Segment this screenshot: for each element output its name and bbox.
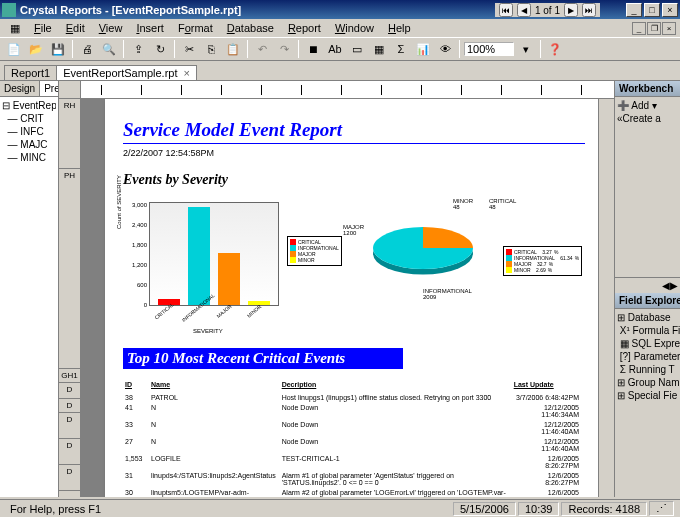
- cell-name: N: [151, 404, 280, 419]
- insert-field-icon[interactable]: ▭: [347, 39, 367, 59]
- section-gutter: RH PH GH1 D D D D D: [59, 99, 81, 497]
- cell-desc: Alarm #1 of global parameter 'AgentStatu…: [282, 472, 512, 487]
- cell-name: linuptsm5:/LOGTEMP/var-adm-messages-mess…: [151, 489, 280, 497]
- tab-eventreportsample[interactable]: EventReportSample.rpt×: [56, 65, 197, 80]
- mdi-close[interactable]: ×: [662, 22, 676, 35]
- section-d[interactable]: D: [59, 439, 80, 465]
- fe-sql[interactable]: ▦ SQL Expre: [617, 337, 678, 350]
- group-tree[interactable]: ⊟ EventRep — CRIT — INFC — MAJC — MINC: [0, 97, 58, 166]
- insert-group-icon[interactable]: ▦: [369, 39, 389, 59]
- help-icon[interactable]: ❓: [545, 39, 565, 59]
- cell-upd: 12/6/2005 8:26:27PM: [514, 472, 583, 487]
- scroll-left-icon[interactable]: ◀: [662, 280, 670, 291]
- preview-tab[interactable]: Preview: [40, 81, 59, 96]
- zoom-combo[interactable]: [464, 42, 514, 56]
- table-row: 30linuptsm5:/LOGTEMP/var-adm-messages-me…: [125, 489, 583, 497]
- preview-area: RH PH GH1 D D D D D Service Model Event …: [59, 81, 614, 497]
- copy-icon[interactable]: ⎘: [201, 39, 221, 59]
- menu-help[interactable]: Help: [382, 21, 417, 35]
- workbench-add[interactable]: ➕ Add ▾: [617, 99, 678, 112]
- fe-parameter[interactable]: [?] Parameter: [617, 350, 678, 363]
- fe-special[interactable]: ⊞ Special Fie: [617, 389, 678, 402]
- menu-insert[interactable]: Insert: [130, 21, 170, 35]
- section-d[interactable]: D: [59, 383, 80, 399]
- next-page-button[interactable]: ▶: [564, 3, 578, 17]
- tree-item[interactable]: — INFC: [2, 125, 56, 138]
- section-d[interactable]: D: [59, 399, 80, 413]
- tab-report1[interactable]: Report1: [4, 65, 57, 80]
- report-page: Service Model Event Report 2/22/2007 12:…: [105, 99, 598, 497]
- vertical-scrollbar[interactable]: [598, 99, 614, 497]
- section-d[interactable]: D: [59, 413, 80, 439]
- fe-formula[interactable]: X¹ Formula Fi: [617, 324, 678, 337]
- paste-icon[interactable]: 📋: [223, 39, 243, 59]
- tree-item[interactable]: — MAJC: [2, 138, 56, 151]
- menu-report[interactable]: Report: [282, 21, 327, 35]
- bar-informational: [188, 207, 210, 305]
- menu-file[interactable]: File: [28, 21, 58, 35]
- close-button[interactable]: ×: [662, 3, 678, 17]
- bar-chart: Count of SEVERITY 3,0002,4001,8001,20060…: [123, 196, 323, 336]
- fe-running[interactable]: Σ Running T: [617, 363, 678, 376]
- page-canvas[interactable]: Service Model Event Report 2/22/2007 12:…: [81, 99, 598, 497]
- preview-icon[interactable]: 🔍: [99, 39, 119, 59]
- section-rh[interactable]: RH: [59, 99, 80, 169]
- cell-id: 38: [125, 394, 149, 402]
- tree-item[interactable]: — MINC: [2, 151, 56, 164]
- cell-upd: 12/6/2005 8:26:27PM: [514, 455, 583, 470]
- menu-window[interactable]: Window: [329, 21, 380, 35]
- right-dock: Workbench ➕ Add ▾ «Create a ◀▶ Field Exp…: [614, 81, 680, 497]
- minimize-button[interactable]: _: [626, 3, 642, 17]
- fe-group[interactable]: ⊞ Group Nam: [617, 376, 678, 389]
- status-date: 5/15/2006: [453, 502, 516, 516]
- close-tab-icon[interactable]: ×: [183, 67, 189, 79]
- insert-chart-icon[interactable]: 📊: [413, 39, 433, 59]
- section-d[interactable]: D: [59, 465, 80, 491]
- top10-heading: Top 10 Most Recent Critical Events: [123, 348, 403, 369]
- status-records: Records: 4188: [561, 502, 647, 516]
- insert-text-icon[interactable]: Ab: [325, 39, 345, 59]
- section-ph[interactable]: PH: [59, 169, 80, 369]
- page-navigator: ⏮ ◀ 1 of 1 ▶ ⏭: [495, 3, 600, 17]
- bar-y-axis-label: Count of SEVERITY: [116, 175, 122, 229]
- bar-y-ticks: 3,0002,4001,8001,2006000: [123, 202, 147, 306]
- menu-view[interactable]: View: [93, 21, 129, 35]
- print-icon[interactable]: 🖨: [77, 39, 97, 59]
- fe-database[interactable]: ⊞ Database: [617, 311, 678, 324]
- section-gh1[interactable]: GH1: [59, 369, 80, 383]
- stop-icon[interactable]: ⏹: [303, 39, 323, 59]
- status-time: 10:39: [518, 502, 560, 516]
- mdi-restore[interactable]: ❐: [647, 22, 661, 35]
- field-explorer-tree[interactable]: ⊞ Database X¹ Formula Fi ▦ SQL Expre [?]…: [615, 309, 680, 404]
- app-menu-icon[interactable]: ▦: [4, 21, 26, 36]
- export-icon[interactable]: ⇪: [128, 39, 148, 59]
- scroll-right-icon[interactable]: ▶: [670, 280, 678, 291]
- open-icon[interactable]: 📂: [26, 39, 46, 59]
- mdi-minimize[interactable]: _: [632, 22, 646, 35]
- refresh-icon[interactable]: ↻: [150, 39, 170, 59]
- menu-format[interactable]: Format: [172, 21, 219, 35]
- find-icon[interactable]: 👁: [435, 39, 455, 59]
- status-resize-grip[interactable]: ⋰: [649, 501, 674, 516]
- insert-summary-icon[interactable]: Σ: [391, 39, 411, 59]
- table-row: 27NNode Down12/12/2005 11:46:40AM: [125, 438, 583, 453]
- tree-item[interactable]: — CRIT: [2, 112, 56, 125]
- prev-page-button[interactable]: ◀: [517, 3, 531, 17]
- new-icon[interactable]: 📄: [4, 39, 24, 59]
- maximize-button[interactable]: □: [644, 3, 660, 17]
- menu-database[interactable]: Database: [221, 21, 280, 35]
- design-tab[interactable]: Design: [0, 81, 40, 96]
- zoom-dropdown-icon[interactable]: ▾: [516, 39, 536, 59]
- cell-id: 30: [125, 489, 149, 497]
- last-page-button[interactable]: ⏭: [582, 3, 596, 17]
- cell-desc: Node Down: [282, 404, 512, 419]
- save-icon[interactable]: 💾: [48, 39, 68, 59]
- workbench-create[interactable]: «Create a: [617, 112, 678, 125]
- col-id: ID: [125, 381, 149, 392]
- undo-disabled-icon: ↶: [252, 39, 272, 59]
- cut-icon[interactable]: ✂: [179, 39, 199, 59]
- cell-name: linupds4:/STATUS:linupds2:AgentStatus: [151, 472, 280, 487]
- first-page-button[interactable]: ⏮: [499, 3, 513, 17]
- tree-root[interactable]: ⊟ EventRep: [2, 99, 56, 112]
- menu-edit[interactable]: Edit: [60, 21, 91, 35]
